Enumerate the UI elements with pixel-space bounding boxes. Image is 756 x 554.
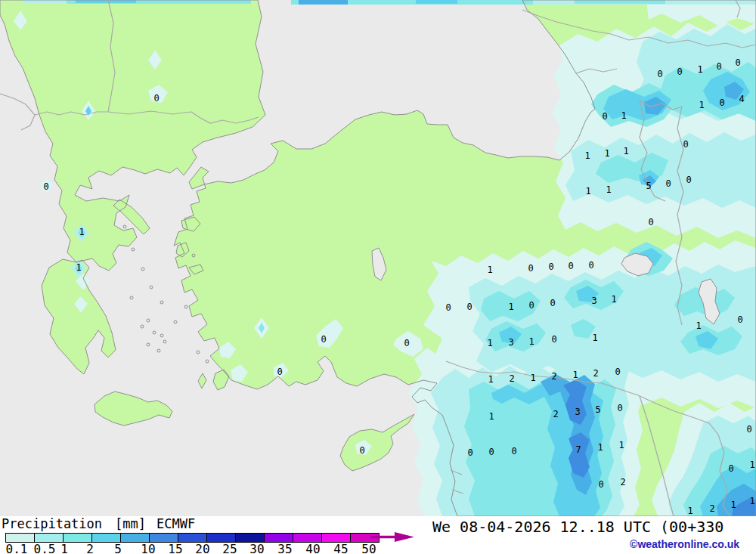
precip-value-label: 0 [615,367,620,377]
footer-bar: Precipitation[mm]ECMWF 0.10.512510152025… [0,516,756,554]
precip-value-label: 0 [568,261,573,271]
precip-value-label: 1 [699,100,704,110]
precip-value-label: 2 [551,371,556,382]
weather-map-page: 0011001001040111101150001000000100311310… [0,0,756,554]
legend-tick: 20 [195,542,209,554]
precip-value-label: 3 [591,296,596,306]
precip-value-label: 0 [445,302,451,313]
precip-value-label: 1 [487,338,492,348]
precip-value-label: 0 [550,298,555,308]
precip-value-label: 0 [737,314,742,325]
precip-value-label: 1 [730,500,736,510]
legend-tick: 15 [168,542,182,554]
precip-value-label: 1 [584,150,590,161]
precip-value-label: 0 [686,175,691,185]
legend-color-bar [6,533,380,541]
precip-value-label: 1 [618,440,624,450]
precip-value-label: 0 [598,479,603,490]
precip-value-label: 1 [696,320,701,331]
copyright-text: ©weatheronline.co.uk [630,538,739,550]
legend-tick: 0.1 [6,542,28,554]
legend-tick: 45 [333,542,348,554]
precip-value-label: 4 [739,94,744,104]
precip-value-label: 3 [508,337,513,348]
precip-value-label: 0 [746,424,751,435]
precip-value-label: 0 [153,93,159,104]
precip-value-label: 1 [487,265,492,275]
precip-value-label: 1 [508,302,513,312]
precip-value-label: 1 [623,146,628,156]
precip-value-label: 0 [359,445,364,456]
precip-value-label: 2 [709,503,714,514]
precip-value-label: 1 [606,184,611,195]
legend-tick: 30 [249,542,264,554]
precip-value-label: 0 [617,403,622,413]
precip-value-label: 1 [597,442,603,453]
precip-value-label: 1 [687,506,692,516]
precip-value-label: 1 [528,336,534,347]
precip-value-label: 0 [735,57,740,68]
precip-value-label: 0 [716,61,721,72]
precip-value-label: 1 [488,411,494,422]
precip-value-label: 2 [620,477,625,487]
precip-value-label: 1 [488,374,493,385]
legend-tick-labels: 0.10.5125101520253035404550 [0,542,423,554]
precip-value-label: 1 [611,294,616,305]
precip-value-label: 1 [585,186,590,197]
precip-value-label: 0 [665,178,671,189]
precip-value-label: 1 [604,148,609,159]
map-title: Precipitation[mm]ECMWF [2,516,195,531]
precip-value-label: 1 [592,333,597,343]
legend-tick: 25 [222,542,237,554]
precip-value-label: 1 [76,262,81,273]
precip-value-label: 0 [657,69,662,79]
precip-value-label: 3 [575,407,580,417]
precip-value-label: 0 [648,217,653,227]
precip-value-label: 1 [697,64,702,75]
legend-tick: 1 [60,542,68,554]
precip-value-label: 0 [677,67,682,77]
precip-value-label: 0 [528,300,534,311]
precip-value-label: 1 [572,370,578,380]
precip-value-label: 0 [602,111,607,122]
precip-value-label: 0 [488,447,494,457]
precip-value-label: 0 [466,302,472,312]
legend-tick: 5 [114,542,122,554]
precip-value-label: 0 [511,446,516,457]
title-model: ECMWF [156,516,195,531]
title-unit: [mm] [115,516,146,531]
legend-tick: 0.5 [34,542,56,554]
precipitation-map: 0011001001040111101150001000000100311310… [0,0,756,516]
legend-tick: 35 [277,542,292,554]
precip-value-label: 0 [528,263,533,274]
precip-value-label: 1 [79,227,84,237]
legend-tick: 50 [361,542,376,554]
precip-value-label: 0 [467,447,472,458]
precip-value-label: 0 [683,139,688,150]
title-product: Precipitation [2,516,102,531]
legend-tick: 2 [86,542,94,554]
precip-value-label: 0 [548,262,553,272]
precip-value-label: 5 [595,404,600,415]
forecast-datetime: We 08-04-2026 12..18 UTC (00+330 [432,518,756,536]
legend-tick: 10 [141,542,155,554]
precip-value-label: 0 [404,338,409,348]
precip-value-label: 0 [728,463,733,474]
precip-value-label: 1 [621,110,626,121]
precip-value-label: 1 [530,373,535,383]
precip-value-label: 2 [509,373,514,384]
precip-value-label: 7 [575,444,581,455]
precip-value-label: 0 [719,97,724,108]
precip-value-label: 0 [588,260,593,271]
precip-value-label: 1 [749,496,754,506]
precip-value-label: 5 [646,181,651,191]
precip-value-label: 2 [553,409,558,419]
precip-value-label: 0 [551,334,556,345]
legend-tick: 40 [305,542,320,554]
precip-value-label: 0 [321,334,326,345]
precip-value-label: 0 [43,181,48,192]
precip-value-label: 1 [749,460,754,470]
precip-value-label: 2 [593,368,598,379]
precip-value-label: 0 [277,367,282,377]
